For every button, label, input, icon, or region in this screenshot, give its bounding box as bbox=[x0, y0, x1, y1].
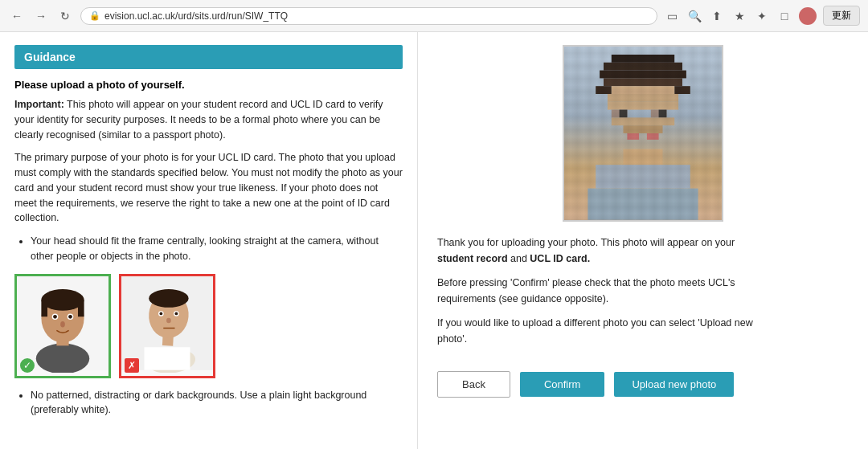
update-button[interactable]: 更新 bbox=[823, 6, 860, 26]
important-paragraph: Important: This photo will appear on you… bbox=[14, 97, 403, 142]
requirements-list: Your head should fit the frame centrally… bbox=[31, 234, 403, 264]
confirmation-paragraph-3: If you would like to upload a different … bbox=[437, 315, 759, 347]
svg-point-10 bbox=[68, 314, 72, 318]
important-text: This photo will appear on your student r… bbox=[14, 99, 383, 141]
svg-point-19 bbox=[160, 312, 163, 315]
confirm-bold-2: UCL ID card. bbox=[530, 253, 590, 264]
svg-point-1 bbox=[36, 343, 90, 373]
back-button[interactable]: ← bbox=[8, 7, 26, 25]
important-label: Important: bbox=[14, 99, 64, 110]
svg-point-4 bbox=[41, 289, 84, 311]
upload-title: Please upload a photo of yourself. bbox=[14, 79, 403, 91]
good-photo-example: ✓ bbox=[14, 274, 111, 378]
forward-button[interactable]: → bbox=[32, 7, 50, 25]
share-icon[interactable]: ⬆ bbox=[709, 8, 725, 24]
bad-cross-icon: ✗ bbox=[125, 358, 139, 373]
photo-frame bbox=[563, 45, 723, 222]
refresh-button[interactable]: ↻ bbox=[56, 7, 74, 25]
mosaic-overlay bbox=[564, 47, 722, 220]
bad-photo-example: ✗ bbox=[119, 274, 215, 378]
svg-point-21 bbox=[166, 317, 171, 323]
confirmation-paragraph-2: Before pressing 'Confirm' please check t… bbox=[437, 275, 759, 307]
cast-icon[interactable]: ▭ bbox=[664, 8, 680, 24]
confirmation-paragraph-1: Thank you for uploading your photo. This… bbox=[437, 235, 759, 267]
back-button[interactable]: Back bbox=[437, 371, 510, 398]
page-content: Guidance Please upload a photo of yourse… bbox=[0, 32, 868, 449]
confirm-text-1: Thank you for uploading your photo. This… bbox=[437, 237, 735, 248]
search-icon[interactable]: 🔍 bbox=[686, 8, 702, 24]
bookmark-icon[interactable]: ★ bbox=[731, 8, 747, 24]
svg-rect-6 bbox=[78, 300, 84, 316]
confirm-bold-1: student record bbox=[437, 253, 508, 264]
right-panel: Thank you for uploading your photo. This… bbox=[418, 32, 868, 449]
primary-purpose-text: The primary purpose of your photo is for… bbox=[14, 150, 403, 226]
photo-examples: ✓ bbox=[14, 274, 403, 378]
uploaded-photo bbox=[564, 47, 722, 220]
svg-point-20 bbox=[175, 312, 178, 315]
confirm-text-2: and bbox=[508, 253, 530, 264]
left-panel: Guidance Please upload a photo of yourse… bbox=[0, 32, 418, 449]
extensions-icon[interactable]: ✦ bbox=[754, 8, 770, 24]
good-person-illustration bbox=[17, 274, 108, 373]
lock-icon: 🔒 bbox=[89, 10, 100, 21]
upload-new-photo-button[interactable]: Upload new photo bbox=[614, 372, 734, 397]
action-buttons: Back Confirm Upload new photo bbox=[437, 371, 734, 398]
window-icon[interactable]: □ bbox=[776, 8, 792, 24]
guidance-header: Guidance bbox=[14, 45, 403, 69]
url-text: evision.ucl.ac.uk/urd/sits.urd/run/SIW_T… bbox=[104, 10, 288, 22]
svg-rect-5 bbox=[41, 300, 47, 316]
svg-rect-23 bbox=[145, 347, 190, 370]
svg-point-16 bbox=[149, 289, 188, 308]
requirement-item-1: Your head should fit the frame centrally… bbox=[31, 234, 403, 264]
address-bar[interactable]: 🔒 evision.ucl.ac.uk/urd/sits.urd/run/SIW… bbox=[80, 7, 657, 25]
browser-chrome: ← → ↻ 🔒 evision.ucl.ac.uk/urd/sits.urd/r… bbox=[0, 0, 868, 32]
confirm-button[interactable]: Confirm bbox=[520, 372, 605, 397]
good-check-icon: ✓ bbox=[20, 358, 35, 373]
svg-point-11 bbox=[60, 320, 65, 327]
requirement-item-2: No patterned, distracting or dark backgr… bbox=[31, 388, 403, 418]
profile-avatar[interactable] bbox=[799, 7, 817, 25]
svg-point-9 bbox=[53, 314, 57, 318]
requirements-list-2: No patterned, distracting or dark backgr… bbox=[31, 388, 403, 418]
browser-actions: ▭ 🔍 ⬆ ★ ✦ □ 更新 bbox=[664, 6, 860, 26]
